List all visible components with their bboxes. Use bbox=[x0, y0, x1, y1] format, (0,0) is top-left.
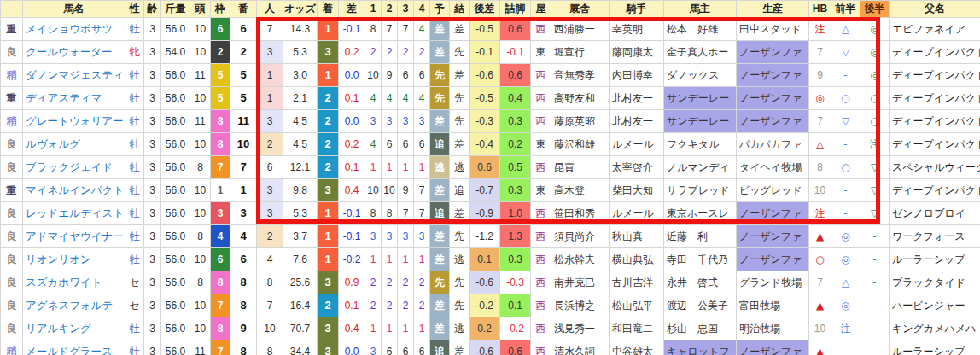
cell-late-diff: -0.1 bbox=[470, 41, 500, 64]
col-header-c3[interactable]: 3 bbox=[398, 1, 414, 18]
results-grid-wrap: 馬名性齢斤量頭枠番人オッズ着差1234予結後差詰脚屋厩舎騎手馬主生産HB前半後半… bbox=[0, 0, 980, 355]
cell-field-size: 8 bbox=[190, 156, 211, 179]
table-row: 良クールウォーター牝354.0102235.330.22222差先-0.1-0.… bbox=[1, 41, 980, 64]
cell-odds: 3.0 bbox=[283, 64, 318, 87]
cell-horse-number: 4 bbox=[230, 225, 257, 248]
col-header-jockey[interactable]: 騎手 bbox=[610, 1, 664, 18]
cell-margin: 0.0 bbox=[339, 64, 365, 87]
cell-predicted-style: 先 bbox=[430, 271, 450, 294]
horse-name-link[interactable]: アドマイヤウイナー bbox=[23, 225, 125, 248]
col-header-back[interactable]: 後半 bbox=[860, 1, 890, 18]
horse-name-link[interactable]: メイショウボサツ bbox=[23, 18, 125, 41]
horse-name-link[interactable]: スズカホワイト bbox=[23, 271, 125, 294]
cell-age: 3 bbox=[144, 18, 161, 41]
col-header-front[interactable]: 前半 bbox=[831, 1, 860, 18]
col-header-producer[interactable]: 生産 bbox=[737, 1, 809, 18]
cell-result-style: 先 bbox=[450, 225, 470, 248]
cell-corner-1: 8 bbox=[365, 18, 382, 41]
cell-horse-number: 9 bbox=[230, 317, 257, 340]
table-row: 重メイショウボサツ牡356.01066714.31-0.18774差差-0.50… bbox=[1, 18, 980, 41]
cell-bracket-number: 8 bbox=[211, 317, 230, 340]
col-header-heads[interactable]: 頭 bbox=[190, 1, 211, 18]
col-header-zoku[interactable]: 屋 bbox=[531, 1, 551, 18]
cell-horse-number: 8 bbox=[230, 294, 257, 317]
cell-hb-mark: ▲ bbox=[809, 294, 831, 317]
col-header-weight[interactable]: 斤量 bbox=[161, 1, 190, 18]
table-row: 稍グレートウォリアー牡356.01181134.520.03333差先-0.30… bbox=[1, 110, 980, 133]
cell-sire-name: ブラックタイド bbox=[890, 271, 980, 294]
col-header-waku[interactable]: 枠 bbox=[211, 1, 230, 18]
horse-name-link[interactable]: アグネスフォルテ bbox=[23, 294, 125, 317]
cell-field-size: 11 bbox=[190, 110, 211, 133]
cell-closing-speed: 0.5 bbox=[500, 156, 531, 179]
cell-front-half-mark: - bbox=[831, 202, 860, 225]
horse-name-link[interactable]: リアルキング bbox=[23, 317, 125, 340]
col-header-kosa[interactable]: 後差 bbox=[470, 1, 500, 18]
horse-name-link[interactable]: クールウォーター bbox=[23, 41, 125, 64]
cell-hb-mark: ▲ bbox=[809, 340, 831, 355]
col-header-age[interactable]: 齢 bbox=[144, 1, 161, 18]
col-header-res[interactable]: 結 bbox=[450, 1, 470, 18]
table-row: 稍メールドグラース牡356.01178834.430.03666追差-0.60.… bbox=[1, 340, 980, 355]
cell-sex: 牡 bbox=[125, 156, 144, 179]
cell-track-condition: 重 bbox=[1, 18, 23, 41]
col-header-pred[interactable]: 予 bbox=[430, 1, 450, 18]
cell-finish-position: 3 bbox=[318, 271, 339, 294]
cell-corner-3: 3 bbox=[398, 110, 414, 133]
col-header-c4[interactable]: 4 bbox=[414, 1, 430, 18]
col-header-fin[interactable]: 着 bbox=[318, 1, 339, 18]
cell-track-condition: 良 bbox=[1, 248, 23, 271]
col-header-hb[interactable]: HB bbox=[809, 1, 831, 18]
cell-carried-weight: 56.0 bbox=[161, 248, 190, 271]
horse-name-link[interactable]: メールドグラース bbox=[23, 340, 125, 355]
col-header-tsume[interactable]: 詰脚 bbox=[500, 1, 531, 18]
cell-corner-3: 1 bbox=[398, 248, 414, 271]
col-header-name[interactable]: 馬名 bbox=[23, 1, 125, 18]
col-header-num[interactable]: 番 bbox=[230, 1, 257, 18]
horse-name-link[interactable]: グレートウォリアー bbox=[23, 110, 125, 133]
horse-name-link[interactable]: リオンリオン bbox=[23, 248, 125, 271]
col-header-c2[interactable]: 2 bbox=[382, 1, 398, 18]
cell-owner: 松本 好雄 bbox=[664, 18, 737, 41]
cell-field-size: 8 bbox=[190, 271, 211, 294]
cell-popularity: 1 bbox=[257, 64, 283, 87]
cell-corner-3: 2 bbox=[398, 271, 414, 294]
cell-producer: 富田牧場 bbox=[737, 294, 809, 317]
horse-name-link[interactable]: マイネルインパクト bbox=[23, 179, 125, 202]
cell-front-half-mark: - bbox=[831, 179, 860, 202]
cell-corner-2: 1 bbox=[382, 317, 398, 340]
cell-carried-weight: 56.0 bbox=[161, 18, 190, 41]
col-header-sire[interactable]: 父名 bbox=[890, 1, 980, 18]
cell-stable: 音無秀孝 bbox=[551, 64, 610, 87]
cell-sex: 牡 bbox=[125, 64, 144, 87]
cell-sire-name: ディープインパクト bbox=[890, 64, 980, 87]
col-header-stable[interactable]: 厩舎 bbox=[551, 1, 610, 18]
col-header-pop[interactable]: 人 bbox=[257, 1, 283, 18]
cell-back-half-mark: ◎ bbox=[860, 18, 890, 41]
col-header-odds[interactable]: オッズ bbox=[283, 1, 318, 18]
col-header-sex[interactable]: 性 bbox=[125, 1, 144, 18]
cell-owner: 渡辺 公美子 bbox=[664, 294, 737, 317]
cell-jockey: 和田竜二 bbox=[610, 317, 664, 340]
horse-name-link[interactable]: ブラックジェイド bbox=[23, 156, 125, 179]
col-header-owner[interactable]: 馬主 bbox=[664, 1, 737, 18]
horse-name-link[interactable]: レッドエルディスト bbox=[23, 202, 125, 225]
cell-front-half-mark: △ bbox=[831, 271, 860, 294]
table-row: 良リオンリオン牡356.0106647.61-0.21111差逃0.10.3西松… bbox=[1, 248, 980, 271]
horse-name-link[interactable]: ダノンマジェスティ bbox=[23, 64, 125, 87]
cell-finish-position: 2 bbox=[318, 133, 339, 156]
cell-bracket-number: 8 bbox=[211, 110, 230, 133]
cell-corner-3: 6 bbox=[398, 133, 414, 156]
horse-name-link[interactable]: ルヴォルグ bbox=[23, 133, 125, 156]
horse-name-link[interactable]: ディアスティマ bbox=[23, 87, 125, 110]
col-header-cond[interactable] bbox=[1, 1, 23, 18]
cell-corner-2: 1 bbox=[382, 156, 398, 179]
col-header-diff[interactable]: 差 bbox=[339, 1, 365, 18]
cell-sex: 牡 bbox=[125, 317, 144, 340]
cell-sex: 牡 bbox=[125, 340, 144, 355]
cell-age: 3 bbox=[144, 110, 161, 133]
cell-margin: 0.0 bbox=[339, 340, 365, 355]
col-header-c1[interactable]: 1 bbox=[365, 1, 382, 18]
cell-result-style: 先 bbox=[450, 271, 470, 294]
cell-affiliation: 西 bbox=[531, 64, 551, 87]
